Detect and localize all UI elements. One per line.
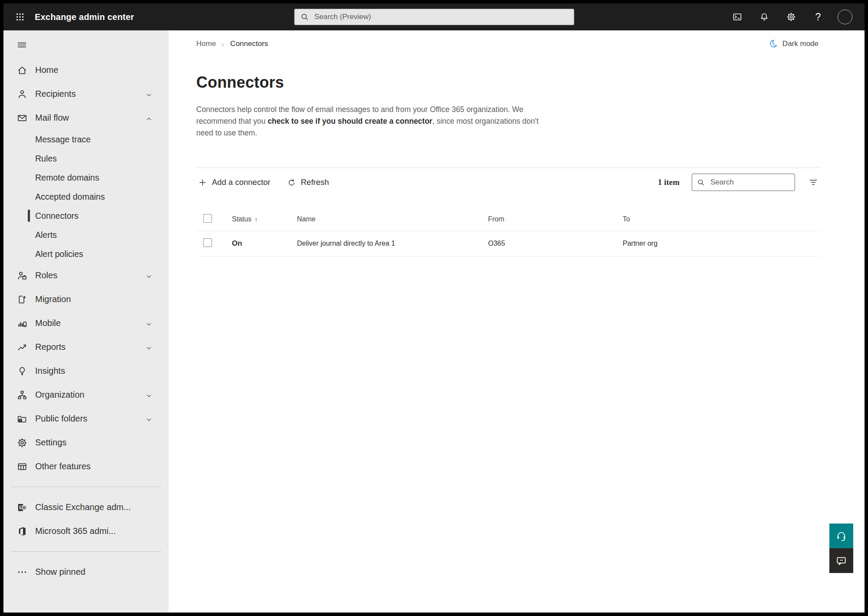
sidebar-item-recipients[interactable]: Recipients: [3, 82, 168, 106]
sidebar-item-label: Microsoft 365 admi...: [35, 526, 116, 536]
settings-icon: [17, 437, 28, 448]
account-button[interactable]: [832, 7, 858, 27]
sidebar-item-public-folders[interactable]: Public folders: [3, 407, 168, 431]
sidebar-item-label: Public folders: [35, 414, 87, 424]
feedback-button[interactable]: [829, 548, 853, 573]
column-header-status[interactable]: Status↑: [223, 215, 288, 223]
sidebar-item-alerts[interactable]: Alerts: [3, 225, 168, 244]
feedback-icon: [835, 555, 847, 567]
topbar-search-input[interactable]: [314, 12, 568, 22]
sidebar-item-label: Message trace: [35, 135, 91, 145]
chevron-right-icon: [220, 41, 226, 47]
chevron-down-icon: [145, 272, 152, 279]
table-header-row: Status↑NameFromTo: [196, 208, 821, 231]
row-checkbox-cell: [196, 238, 223, 249]
sidebar-item-remote-domains[interactable]: Remote domains: [3, 168, 168, 187]
sidebar-item-mail-flow[interactable]: Mail flow: [3, 106, 168, 130]
sidebar-item-label: Reports: [35, 342, 66, 352]
mail-icon: [17, 112, 28, 124]
cell-name: Deliver journal directly to Area 1: [288, 240, 479, 247]
sidebar-item-classic-exchange[interactable]: EClassic Exchange adm...: [3, 495, 168, 519]
column-header-from[interactable]: From: [479, 215, 614, 223]
sidebar-item-alert-policies[interactable]: Alert policies: [3, 244, 168, 264]
sidebar-item-label: Classic Exchange adm...: [35, 502, 131, 512]
topbar-left: Exchange admin center: [3, 7, 134, 27]
migration-icon: [17, 294, 28, 305]
classic-exchange-icon: E: [17, 502, 28, 513]
support-button[interactable]: [829, 524, 853, 548]
chevron-up-icon: [145, 115, 152, 122]
app-launcher-icon: [15, 12, 25, 22]
more-icon: [17, 567, 28, 578]
topbar-title: Exchange admin center: [35, 12, 134, 22]
page-description: Connectors help control the flow of emai…: [196, 104, 546, 139]
sidebar-item-accepted-domains[interactable]: Accepted domains: [3, 187, 168, 206]
column-header-label: From: [488, 215, 504, 223]
column-header-to[interactable]: To: [614, 215, 821, 223]
table-row[interactable]: OnDeliver journal directly to Area 1O365…: [196, 231, 821, 257]
breadcrumb-home-link[interactable]: Home: [196, 40, 216, 48]
chevron-down-icon: [145, 415, 152, 422]
other-features-icon: [17, 461, 28, 472]
description-link[interactable]: check to see if you should create a conn…: [267, 117, 432, 125]
filter-button[interactable]: [805, 175, 821, 190]
row-checkbox[interactable]: [203, 238, 212, 247]
public-folders-icon: [17, 413, 28, 425]
sidebar-item-show-pinned[interactable]: Show pinned: [3, 560, 168, 584]
sidebar-item-label: Migration: [35, 294, 71, 304]
microsoft-365-icon: [17, 526, 28, 537]
sidebar-item-microsoft-365[interactable]: Microsoft 365 admi...: [3, 519, 168, 543]
sidebar-item-home[interactable]: Home: [3, 58, 168, 82]
chevron-down-icon: [145, 344, 152, 351]
svg-text:E: E: [19, 504, 23, 510]
sidebar-item-settings[interactable]: Settings: [3, 431, 168, 455]
cell-from: O365: [479, 240, 614, 247]
sidebar-item-migration[interactable]: Migration: [3, 287, 168, 311]
chevron-down-icon: [145, 320, 152, 327]
sidebar-item-connectors[interactable]: Connectors: [3, 206, 168, 225]
column-header-name[interactable]: Name: [288, 215, 479, 223]
filter-icon: [808, 177, 818, 188]
sidebar-item-organization[interactable]: Organization: [3, 383, 168, 407]
chevron-down-icon: [145, 392, 152, 399]
home-icon: [17, 65, 28, 76]
sidebar-collapse-button[interactable]: [12, 36, 31, 53]
help-button[interactable]: ?: [805, 7, 832, 27]
app-window: Exchange admin center ?: [3, 3, 865, 613]
breadcrumb-current: Connectors: [230, 40, 268, 48]
sidebar-nav: HomeRecipientsMail flowMessage traceRule…: [3, 58, 168, 584]
topbar-search: [294, 9, 574, 25]
dark-mode-toggle[interactable]: Dark mode: [766, 38, 821, 49]
insights-icon: [17, 366, 28, 377]
app-launcher-button[interactable]: [10, 7, 30, 27]
reports-icon: [17, 342, 28, 353]
sidebar-item-roles[interactable]: Roles: [3, 264, 168, 287]
hamburger-icon: [17, 40, 27, 50]
column-header-label: To: [623, 215, 630, 223]
select-all-checkbox[interactable]: [203, 214, 212, 223]
sidebar-item-reports[interactable]: Reports: [3, 335, 168, 359]
list-search: [692, 174, 795, 191]
cloud-shell-button[interactable]: [724, 7, 751, 27]
main-content: Home Connectors Dark mode Connectors Con…: [168, 30, 865, 613]
connectors-table: Status↑NameFromToOnDeliver journal direc…: [196, 208, 821, 257]
sidebar-item-rules[interactable]: Rules: [3, 149, 168, 168]
sidebar-item-label: Recipients: [35, 89, 76, 99]
refresh-button[interactable]: Refresh: [285, 175, 331, 190]
sidebar-item-label: Other features: [35, 461, 91, 471]
sidebar-item-mobile[interactable]: Mobile: [3, 311, 168, 335]
notifications-button[interactable]: [751, 7, 778, 27]
items-count: 1 item: [658, 178, 680, 187]
list-toolbar: Add a connector Refresh 1 item: [196, 168, 821, 197]
add-connector-button[interactable]: Add a connector: [196, 175, 272, 190]
sidebar-item-label: Insights: [35, 366, 65, 376]
refresh-label: Refresh: [301, 178, 329, 187]
sidebar-item-insights[interactable]: Insights: [3, 359, 168, 383]
settings-button[interactable]: [778, 7, 805, 27]
terminal-icon: [732, 12, 743, 22]
list-search-input[interactable]: [710, 178, 790, 187]
avatar: [838, 10, 852, 24]
sidebar-item-message-trace[interactable]: Message trace: [3, 130, 168, 149]
sidebar-item-other-features[interactable]: Other features: [3, 455, 168, 478]
sidebar-item-label: Mobile: [35, 318, 61, 328]
